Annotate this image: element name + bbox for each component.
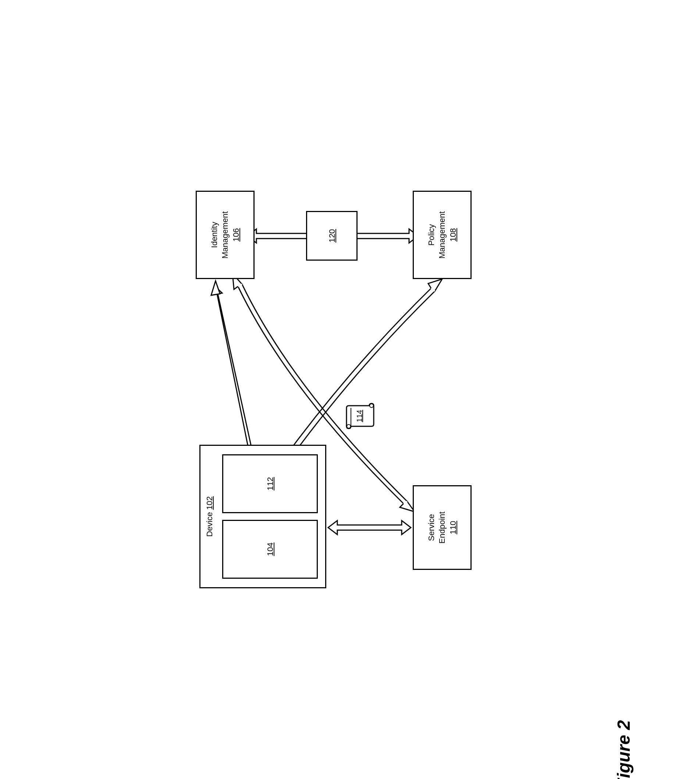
svg-marker-0 — [211, 281, 220, 295]
svg-point-5 — [347, 425, 350, 428]
inner-box-104: 104 — [222, 520, 318, 579]
identity-management-box: Identity Management 106 — [196, 191, 255, 279]
service-label-2: Endpoint — [437, 512, 448, 544]
figure-label: Figure 2 — [613, 720, 634, 779]
scroll-114-ref: 114 — [355, 410, 363, 422]
policy-ref: 108 — [448, 228, 458, 242]
svg-marker-2 — [428, 279, 442, 291]
inner-112-ref: 112 — [266, 477, 275, 491]
svg-point-6 — [370, 404, 373, 408]
service-label-1: Service — [426, 514, 437, 541]
policy-label-2: Management — [437, 211, 448, 258]
diagram-container: Device 102 104 112 Identity Management 1… — [185, 169, 516, 610]
middle-box-120: 120 — [306, 211, 358, 261]
scroll-114: 114 — [343, 401, 376, 431]
service-ref: 110 — [448, 521, 458, 535]
device-inner-container: 104 112 — [200, 446, 325, 587]
identity-label-2: Management — [220, 211, 231, 258]
policy-label-1: Policy — [426, 224, 437, 246]
middle-120-ref: 120 — [327, 229, 337, 242]
svg-marker-3 — [400, 502, 415, 512]
identity-ref: 106 — [231, 228, 240, 242]
inner-104-ref: 104 — [266, 543, 275, 556]
identity-label-1: Identity — [209, 222, 220, 248]
device-box: Device 102 104 112 — [199, 445, 326, 588]
inner-box-112: 112 — [222, 454, 318, 513]
service-endpoint-box: Service Endpoint 110 — [413, 485, 472, 570]
policy-management-box: Policy Management 108 — [413, 191, 472, 279]
